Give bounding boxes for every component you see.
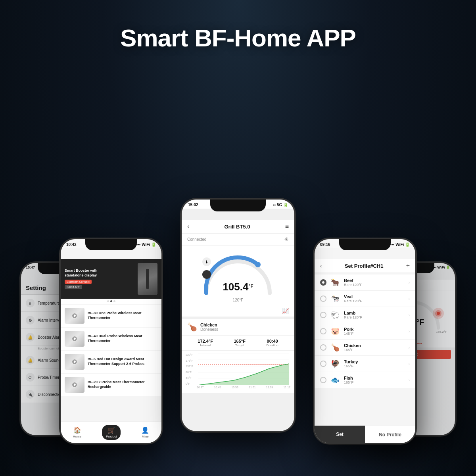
play-btn-2[interactable] [72, 336, 77, 342]
phone-3-signal: ▪▪ 5G 🔋 [273, 203, 288, 207]
product-thumb-2 [65, 331, 84, 347]
profile-item-pork[interactable]: 🐷 Pork 145°F › [315, 323, 415, 340]
chicken-info: Chicken Doneness [200, 322, 218, 332]
profile-add-icon[interactable]: + [406, 262, 410, 269]
svg-point-10 [437, 312, 440, 315]
lamb-emoji: 🐑 [330, 311, 341, 319]
nav-mine-icon: 👤 [141, 426, 149, 434]
product-item-2[interactable]: BF-40 Dual Probe Wireless Meat Thermomet… [61, 328, 161, 350]
temp-unit: °F [248, 284, 253, 289]
banner-badge-app: Smart APP [65, 285, 82, 289]
profile-title: Set Profile#CH1 [345, 263, 384, 269]
phone-5-signal: ▪▪▪ WiFi 🔋 [433, 265, 451, 269]
fish-radio [320, 377, 326, 383]
gauge-area: 🌡 [182, 246, 294, 308]
alarm-interval-icon: ⚙ [26, 316, 35, 324]
grill-header: ‹ Grill BT5.0 ≡ [182, 220, 294, 234]
beef-name: Beef [344, 278, 405, 283]
stat-internal-val: 172.4°F [198, 339, 213, 344]
chicken-sub: Doneness [200, 327, 218, 332]
bottom-nav: 🏠 Home 🛒 Product 👤 Mine [61, 421, 161, 443]
chart-x-2: 10:45 [214, 386, 221, 389]
chicken-temp-p4: 165°F [344, 348, 405, 352]
chart-icon[interactable]: 📈 [282, 308, 289, 314]
beef-emoji: 🐂 [330, 278, 341, 287]
phone-4-time: 09:16 [320, 242, 330, 247]
fish-temp: 165°F [344, 380, 405, 384]
phone-4-notch [339, 239, 391, 250]
product-thumb-4 [65, 377, 84, 393]
chicken-emoji: 🍗 [187, 322, 197, 332]
profile-item-beef[interactable]: 🐂 Beef Rare 120°F › [315, 274, 415, 291]
p2-banner: Smart Booster with standalone display Bl… [61, 259, 161, 299]
pork-emoji: 🐷 [330, 327, 341, 336]
product-thumb-3 [65, 354, 84, 370]
connected-text: Connected [187, 237, 206, 242]
profile-item-fish[interactable]: 🐟 Fish 165°F › [315, 372, 415, 388]
temp-display-wrap: 105.4°F [223, 281, 253, 293]
veal-chevron: › [409, 297, 410, 301]
veal-temp: Rare 120°F [344, 299, 405, 303]
turkey-name: Turkey [344, 359, 405, 364]
product-title-3: BF-5 Red Dot Design Award Meat Thermomet… [88, 357, 157, 366]
probe-icons: 🌡 [202, 257, 211, 279]
phone-4-screen: 09:16 ▪▪▪ WiFi 🔋 ‹ Set Profile#CH1 + 🐂 [315, 239, 415, 443]
chart-icon-wrap: 📈 [182, 308, 294, 317]
turkey-emoji: 🦃 [330, 359, 341, 368]
settings-title: Setting [26, 284, 46, 291]
profile-item-lamb[interactable]: 🐑 Lamb Rare 120°F › [315, 307, 415, 323]
svg-point-0 [255, 262, 261, 267]
booster-icon: 🔔 [26, 333, 35, 342]
nav-home[interactable]: 🏠 Home [69, 425, 85, 440]
nav-product[interactable]: 🛒 Product [102, 425, 121, 440]
nav-mine[interactable]: 👤 Mine [137, 425, 153, 440]
stat-target-val: 165°F [234, 339, 245, 344]
phone-4: 09:16 ▪▪▪ WiFi 🔋 ‹ Set Profile#CH1 + 🐂 [313, 238, 416, 444]
pork-info: Pork 145°F [344, 327, 405, 336]
phone-2-wrapper: 10:42 ▪▪▪ WiFi 🔋 Smart Booster with stan… [60, 238, 163, 444]
banner-badge-bt: Bluetooth Connect [65, 280, 92, 284]
phone-3-notch [210, 200, 266, 211]
profile-item-veal[interactable]: 🐄 Veal Rare 120°F › [315, 291, 415, 307]
chart-y-88: 88°F [186, 371, 193, 374]
nav-product-label: Product [106, 435, 117, 438]
product-title-4: BF-20 2 Probe Meat Thermometer Rechargea… [88, 380, 157, 389]
stat-duration-val: 00:40 [267, 339, 278, 344]
chart-y-axis: 220°F 176°F 132°F 88°F 44°F 0°F [186, 353, 193, 385]
chart-x-4: 11:01 [249, 386, 256, 389]
product-thumb-inner-3 [65, 354, 84, 370]
phone-2-screen: 10:42 ▪▪▪ WiFi 🔋 Smart Booster with stan… [61, 239, 161, 443]
play-btn-4[interactable] [72, 382, 77, 388]
veal-radio [320, 296, 326, 302]
chart-y-44: 44°F [186, 376, 193, 379]
product-item-3[interactable]: BF-5 Red Dot Design Award Meat Thermomet… [61, 351, 161, 373]
profile-back-icon[interactable]: ‹ [320, 263, 322, 269]
probe-icon: ⏱ [26, 373, 35, 382]
product-thumb-inner-1 [65, 308, 84, 324]
menu-icon[interactable]: ≡ [285, 223, 289, 230]
stat-target-label: Target [235, 344, 244, 347]
fish-info: Fish 165°F [344, 376, 405, 384]
connected-bar: Connected ✳ [182, 234, 294, 245]
product-item-4[interactable]: BF-20 2 Probe Meat Thermometer Rechargea… [61, 374, 161, 396]
play-btn-1[interactable] [72, 313, 77, 319]
probe-2-icon [202, 270, 211, 279]
chicken-info-p4: Chicken 165°F [344, 343, 405, 352]
play-btn-3[interactable] [72, 359, 77, 365]
set-button[interactable]: Set [315, 426, 365, 443]
product-item-1[interactable]: BF-30 One Probe Wireless Meat Thermomete… [61, 305, 161, 327]
veal-info: Veal Rare 120°F [344, 294, 405, 303]
dot-2 [110, 300, 112, 302]
profile-item-turkey[interactable]: 🦃 Turkey 165°F › [315, 356, 415, 372]
p2-dots [61, 299, 161, 304]
pork-radio [320, 328, 326, 334]
profile-item-chicken[interactable]: 🍗 Chicken 165°F › [315, 340, 415, 356]
beef-radio [320, 279, 326, 286]
back-icon[interactable]: ‹ [187, 223, 189, 230]
alarm-sounds-icon: 🔔 [26, 356, 35, 365]
chart-y-176: 176°F [186, 359, 193, 362]
turkey-radio [320, 361, 326, 367]
temp-stats: 172.4°F Internal 165°F Target 00:40 Dura… [182, 336, 294, 350]
no-profile-button[interactable]: No Profile [365, 426, 415, 443]
phone-2: 10:42 ▪▪▪ WiFi 🔋 Smart Booster with stan… [60, 238, 163, 444]
